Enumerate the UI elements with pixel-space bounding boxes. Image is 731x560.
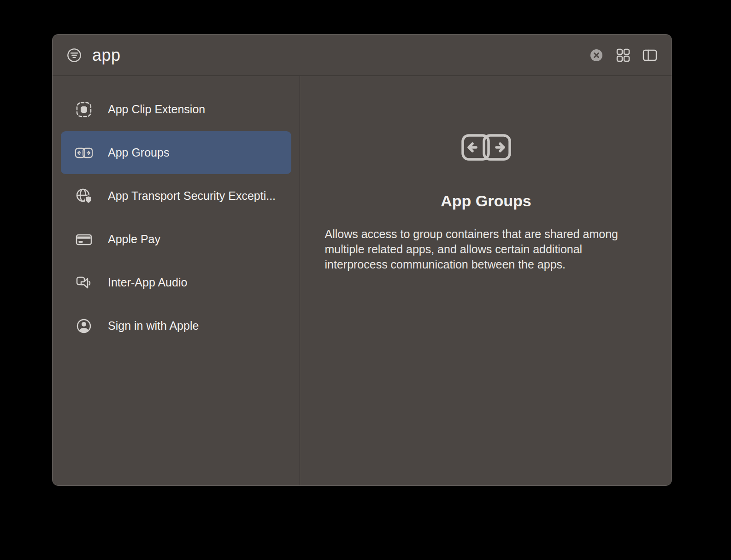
grid-view-icon[interactable] [615,47,631,63]
globe-shield-icon [75,187,93,205]
list-item-label: Apple Pay [108,233,160,246]
app-groups-icon [75,144,93,162]
list-item-app-groups[interactable]: App Groups [61,131,291,174]
list-item-label: App Transport Security Excepti... [108,189,276,203]
capability-library-window: app [52,34,672,486]
capability-list: App Clip Extension App Groups [53,76,300,485]
credit-card-icon [75,230,93,249]
search-bar[interactable]: app [53,35,672,76]
content-area: App Clip Extension App Groups [53,76,672,485]
filter-icon[interactable] [66,47,82,63]
list-item-sign-in-with-apple[interactable]: Sign in with Apple [61,304,291,347]
detail-title: App Groups [441,192,531,210]
list-item-inter-app-audio[interactable]: Inter-App Audio [61,261,291,304]
clear-search-icon[interactable] [589,47,604,63]
list-item-app-clip-extension[interactable]: App Clip Extension [61,88,291,131]
detail-pane: App Groups Allows access to group contai… [301,76,672,485]
list-item-app-transport-security[interactable]: App Transport Security Excepti... [61,175,291,217]
search-input[interactable]: app [92,46,121,65]
speaker-icon [75,274,93,292]
list-item-label: App Groups [108,146,169,159]
person-circle-icon [75,317,93,335]
list-item-label: App Clip Extension [108,103,205,116]
list-item-apple-pay[interactable]: Apple Pay [61,218,291,261]
app-groups-large-icon [460,133,512,162]
list-item-label: Inter-App Audio [108,276,187,289]
app-clip-icon [75,100,93,119]
sidebar-layout-icon[interactable] [642,47,658,63]
detail-description: Allows access to group containers that a… [325,227,648,272]
list-item-label: Sign in with Apple [108,319,199,332]
